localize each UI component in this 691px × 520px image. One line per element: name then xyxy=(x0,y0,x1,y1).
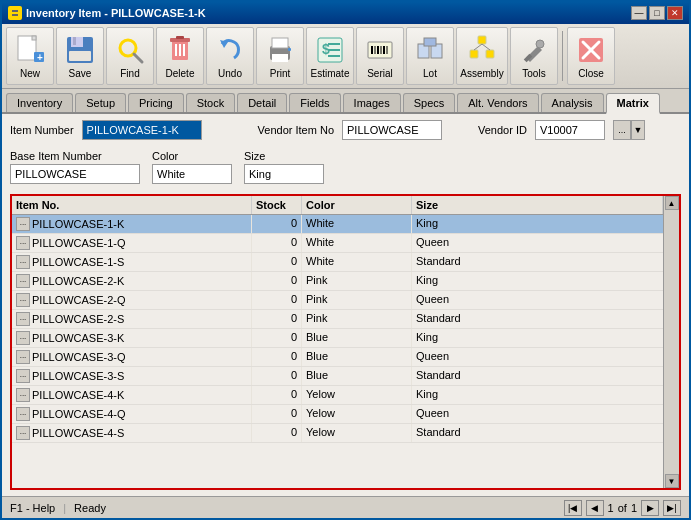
tab-fields[interactable]: Fields xyxy=(289,93,340,112)
item-no-header: Item No. xyxy=(12,196,252,214)
table-row[interactable]: ···PILLOWCASE-1-K0WhiteKing xyxy=(12,215,663,234)
tab-stock[interactable]: Stock xyxy=(186,93,236,112)
item-no-text: PILLOWCASE-2-K xyxy=(32,275,124,287)
toolbar: + New Save xyxy=(2,24,689,89)
vendor-item-no-input[interactable] xyxy=(342,120,442,140)
base-item-number-input[interactable] xyxy=(10,164,140,184)
scroll-up-button[interactable]: ▲ xyxy=(665,196,679,210)
page-total: 1 xyxy=(631,502,637,514)
vendor-id-lookup-button[interactable]: ... xyxy=(613,120,631,140)
minimize-button[interactable]: — xyxy=(631,6,647,20)
tab-pricing[interactable]: Pricing xyxy=(128,93,184,112)
lot-icon xyxy=(414,34,446,66)
row-expand-button[interactable]: ··· xyxy=(16,369,30,383)
undo-button[interactable]: Undo xyxy=(206,27,254,85)
serial-icon xyxy=(364,34,396,66)
row-expand-button[interactable]: ··· xyxy=(16,274,30,288)
table-row[interactable]: ···PILLOWCASE-3-Q0BlueQueen xyxy=(12,348,663,367)
title-bar-left: Inventory Item - PILLOWCASE-1-K xyxy=(8,6,206,20)
item-no-text: PILLOWCASE-4-K xyxy=(32,389,124,401)
scrollbar[interactable]: ▲ ▼ xyxy=(663,196,679,488)
item-no-cell: ···PILLOWCASE-4-Q xyxy=(12,405,252,423)
assembly-button[interactable]: Assembly xyxy=(456,27,508,85)
estimate-button[interactable]: $ Estimate xyxy=(306,27,354,85)
stock-cell: 0 xyxy=(252,329,302,347)
row-expand-button[interactable]: ··· xyxy=(16,388,30,402)
tab-alt-vendors[interactable]: Alt. Vendors xyxy=(457,93,538,112)
tab-analysis[interactable]: Analysis xyxy=(541,93,604,112)
svg-rect-42 xyxy=(486,50,494,58)
row-expand-button[interactable]: ··· xyxy=(16,312,30,326)
new-button[interactable]: + New xyxy=(6,27,54,85)
svg-rect-0 xyxy=(10,8,20,18)
lot-button[interactable]: Lot xyxy=(406,27,454,85)
page-current: 1 xyxy=(608,502,614,514)
table-row[interactable]: ···PILLOWCASE-2-K0PinkKing xyxy=(12,272,663,291)
prev-page-button[interactable]: ◀ xyxy=(586,500,604,516)
print-icon xyxy=(264,34,296,66)
row-expand-button[interactable]: ··· xyxy=(16,407,30,421)
vendor-id-label: Vendor ID xyxy=(478,124,527,136)
size-cell: King xyxy=(412,329,663,347)
item-number-input[interactable] xyxy=(82,120,202,140)
item-no-text: PILLOWCASE-4-Q xyxy=(32,408,126,420)
color-cell: Blue xyxy=(302,367,412,385)
row-expand-button[interactable]: ··· xyxy=(16,350,30,364)
vendor-id-dropdown-button[interactable]: ▼ xyxy=(631,120,645,140)
print-button[interactable]: Print xyxy=(256,27,304,85)
serial-button[interactable]: Serial xyxy=(356,27,404,85)
table-row[interactable]: ···PILLOWCASE-2-Q0PinkQueen xyxy=(12,291,663,310)
item-no-text: PILLOWCASE-3-K xyxy=(32,332,124,344)
save-button[interactable]: Save xyxy=(56,27,104,85)
size-input[interactable] xyxy=(244,164,324,184)
tab-inventory[interactable]: Inventory xyxy=(6,93,73,112)
new-icon: + xyxy=(14,34,46,66)
vendor-id-input[interactable] xyxy=(535,120,605,140)
table-row[interactable]: ···PILLOWCASE-2-S0PinkStandard xyxy=(12,310,663,329)
tab-detail[interactable]: Detail xyxy=(237,93,287,112)
item-no-cell: ···PILLOWCASE-4-K xyxy=(12,386,252,404)
size-group: Size xyxy=(244,150,324,184)
table-row[interactable]: ···PILLOWCASE-3-K0BlueKing xyxy=(12,329,663,348)
table-row[interactable]: ···PILLOWCASE-3-S0BlueStandard xyxy=(12,367,663,386)
row-expand-button[interactable]: ··· xyxy=(16,236,30,250)
window-close-button[interactable]: ✕ xyxy=(667,6,683,20)
close-toolbar-button[interactable]: Close xyxy=(567,27,615,85)
table-row[interactable]: ···PILLOWCASE-4-S0YelowStandard xyxy=(12,424,663,443)
row-expand-button[interactable]: ··· xyxy=(16,255,30,269)
scroll-down-button[interactable]: ▼ xyxy=(665,474,679,488)
table-row[interactable]: ···PILLOWCASE-1-S0WhiteStandard xyxy=(12,253,663,272)
last-page-button[interactable]: ▶| xyxy=(663,500,681,516)
table-row[interactable]: ···PILLOWCASE-4-Q0YelowQueen xyxy=(12,405,663,424)
delete-button[interactable]: Delete xyxy=(156,27,204,85)
item-no-cell: ···PILLOWCASE-1-K xyxy=(12,215,252,233)
find-button[interactable]: Find xyxy=(106,27,154,85)
close-toolbar-icon xyxy=(575,34,607,66)
color-cell: White xyxy=(302,234,412,252)
table-row[interactable]: ···PILLOWCASE-1-Q0WhiteQueen xyxy=(12,234,663,253)
row-expand-button[interactable]: ··· xyxy=(16,293,30,307)
title-bar: Inventory Item - PILLOWCASE-1-K — □ ✕ xyxy=(2,2,689,24)
vendor-item-no-label: Vendor Item No xyxy=(258,124,334,136)
color-input[interactable] xyxy=(152,164,232,184)
first-page-button[interactable]: |◀ xyxy=(564,500,582,516)
tab-specs[interactable]: Specs xyxy=(403,93,456,112)
tools-button[interactable]: Tools xyxy=(510,27,558,85)
row-expand-button[interactable]: ··· xyxy=(16,331,30,345)
item-number-row: Item Number Vendor Item No Vendor ID ...… xyxy=(10,120,681,140)
size-label: Size xyxy=(244,150,324,162)
stock-cell: 0 xyxy=(252,367,302,385)
maximize-button[interactable]: □ xyxy=(649,6,665,20)
svg-rect-16 xyxy=(176,36,184,39)
color-cell: Yelow xyxy=(302,405,412,423)
table-row[interactable]: ···PILLOWCASE-4-K0YelowKing xyxy=(12,386,663,405)
svg-rect-40 xyxy=(478,36,486,44)
tab-images[interactable]: Images xyxy=(343,93,401,112)
tab-matrix[interactable]: Matrix xyxy=(606,93,660,114)
row-expand-button[interactable]: ··· xyxy=(16,217,30,231)
row-expand-button[interactable]: ··· xyxy=(16,426,30,440)
main-window: Inventory Item - PILLOWCASE-1-K — □ ✕ + … xyxy=(0,0,691,520)
tab-setup[interactable]: Setup xyxy=(75,93,126,112)
next-page-button[interactable]: ▶ xyxy=(641,500,659,516)
color-cell: White xyxy=(302,253,412,271)
